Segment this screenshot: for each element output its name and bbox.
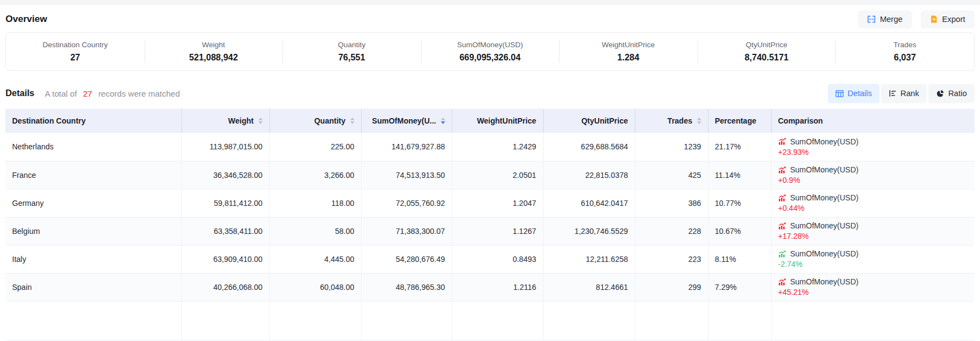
column-header-weight-unit-price: WeightUnitPrice	[452, 109, 543, 133]
view-switcher: Details Rank Ratio	[828, 84, 975, 103]
cell-quantity: 4,445.00	[269, 245, 361, 273]
cell-trades: 425	[635, 161, 708, 189]
column-header-trades[interactable]: Trades	[635, 109, 708, 133]
view-button-rank[interactable]: Rank	[881, 84, 927, 103]
comparison-metric: SumOfMoney(USD)	[790, 277, 859, 286]
stat-qty-unit-price: QtyUnitPrice 8,740.5171	[697, 33, 836, 70]
stat-label: WeightUnitPrice	[602, 41, 655, 49]
table-row: France 36,346,528.00 3,266.00 74,513,913…	[5, 161, 975, 189]
view-button-ratio[interactable]: Ratio	[928, 84, 975, 103]
merge-button-label: Merge	[880, 15, 903, 24]
cell-country: Germany	[5, 189, 181, 217]
cell-country: Belgium	[5, 217, 181, 245]
cell-quantity: 3,266.00	[269, 161, 361, 189]
export-file-icon	[930, 15, 938, 23]
column-header-weight[interactable]: Weight	[181, 109, 269, 133]
cell-trades: 223	[635, 245, 708, 273]
column-header-comparison: Comparison	[771, 109, 975, 133]
stat-value: 27	[70, 53, 80, 63]
cell-comparison: SumOfMoney(USD) +0.44%	[771, 189, 975, 217]
cell-percentage: 21.17%	[708, 133, 771, 161]
comparison-change: +23.93%	[778, 148, 968, 156]
cell-qty-unit-price: 1,230,746.5529	[543, 217, 635, 245]
ratio-pie-icon	[936, 90, 944, 98]
comparison-change: +0.9%	[778, 176, 968, 185]
export-button[interactable]: Export	[921, 10, 975, 29]
table-row: Belgium 63,358,411.00 58.00 71,383,300.0…	[5, 217, 975, 245]
comparison-change: +0.44%	[778, 204, 968, 213]
stat-label: QtyUnitPrice	[746, 41, 788, 49]
cell-country: Netherlands	[5, 133, 181, 161]
fund-decrease-icon	[778, 250, 787, 258]
column-header-quantity[interactable]: Quantity	[269, 109, 361, 133]
view-button-details[interactable]: Details	[828, 84, 879, 103]
match-count: 27	[79, 89, 96, 98]
table-icon	[835, 90, 844, 97]
cell-sum-of-money: 71,383,300.07	[361, 217, 452, 245]
view-button-label: Ratio	[948, 89, 967, 98]
stat-quantity: Quantity 76,551	[283, 33, 421, 70]
cell-weight-unit-price: 0.8493	[452, 245, 543, 273]
merge-button[interactable]: Merge	[858, 10, 912, 29]
table-row: Germany 59,811,412.00 118.00 72,055,760.…	[5, 189, 975, 217]
cell-weight-unit-price: 2.0501	[452, 161, 543, 189]
table-row-partial	[5, 301, 975, 340]
cell-trades: 386	[635, 189, 708, 217]
cell-quantity: 118.00	[269, 189, 361, 217]
main-content: Overview Merge Export	[0, 10, 980, 340]
details-bar: Details A total of 27 records were match…	[5, 83, 975, 103]
overview-stats-card: Destination Country 27 Weight 521,088,94…	[5, 32, 975, 71]
stat-value: 1.284	[617, 53, 639, 63]
cell-qty-unit-price: 610,642.0417	[543, 189, 635, 217]
sort-carets-icon-desc-active	[441, 118, 445, 124]
cell-comparison: SumOfMoney(USD) +0.9%	[771, 161, 975, 189]
stat-label: Trades	[894, 41, 917, 49]
match-summary: A total of 27 records were matched	[45, 89, 180, 98]
comparison-change: +45.21%	[778, 288, 968, 297]
cell-trades: 299	[635, 273, 708, 301]
stat-value: 521,088,942	[189, 53, 238, 63]
cell-qty-unit-price: 22,815.0378	[543, 161, 635, 189]
column-header-qty-unit-price: QtyUnitPrice	[543, 109, 635, 133]
cell-comparison: SumOfMoney(USD) +23.93%	[771, 133, 975, 161]
match-summary-suffix: records were matched	[98, 89, 180, 98]
cell-sum-of-money: 72,055,760.92	[361, 189, 452, 217]
cell-comparison: SumOfMoney(USD) -2.74%	[771, 245, 975, 273]
stat-sum-of-money: SumOfMoney(USD) 669,095,326.04	[421, 33, 560, 70]
stat-value: 669,095,326.04	[459, 53, 521, 63]
fund-increase-icon	[778, 278, 787, 286]
cell-percentage: 10.67%	[708, 217, 771, 245]
view-button-label: Details	[848, 89, 872, 98]
sort-carets-icon	[697, 118, 701, 124]
comparison-change: -2.74%	[778, 260, 968, 269]
cell-comparison: SumOfMoney(USD) +17.28%	[771, 217, 975, 245]
cell-weight-unit-price: 1.2047	[452, 189, 543, 217]
cell-comparison: SumOfMoney(USD) +45.21%	[771, 273, 975, 301]
cell-weight: 63,358,411.00	[181, 217, 269, 245]
table-row: Italy 63,909,410.00 4,445.00 54,280,676.…	[5, 245, 975, 273]
stat-weight: Weight 521,088,942	[145, 33, 283, 70]
cell-percentage: 7.29%	[708, 273, 771, 301]
cell-quantity: 60,048.00	[269, 273, 361, 301]
stat-label: Weight	[202, 41, 225, 49]
stat-weight-unit-price: WeightUnitPrice 1.284	[559, 33, 697, 70]
cell-weight: 40,266,068.00	[181, 273, 269, 301]
cell-sum-of-money: 54,280,676.49	[361, 245, 452, 273]
fund-increase-icon	[778, 222, 787, 230]
comparison-metric: SumOfMoney(USD)	[790, 249, 859, 258]
cell-country: Spain	[5, 273, 181, 301]
comparison-metric: SumOfMoney(USD)	[790, 165, 859, 174]
table-header-row: Destination Country Weight Quantity SumO…	[5, 109, 975, 133]
merge-cells-icon	[867, 15, 876, 23]
cell-quantity: 58.00	[269, 217, 361, 245]
sort-carets-icon	[350, 118, 355, 124]
column-header-sum-of-money[interactable]: SumOfMoney(U...	[361, 109, 452, 133]
fund-increase-icon	[778, 166, 787, 174]
comparison-change: +17.28%	[778, 232, 968, 241]
column-header-destination-country: Destination Country	[5, 109, 181, 133]
cell-weight-unit-price: 1.1267	[452, 217, 543, 245]
stat-destination-country: Destination Country 27	[6, 33, 145, 70]
cell-weight-unit-price: 1.2116	[452, 273, 543, 301]
cell-weight: 113,987,015.00	[181, 133, 269, 161]
stat-label: Destination Country	[43, 41, 108, 49]
